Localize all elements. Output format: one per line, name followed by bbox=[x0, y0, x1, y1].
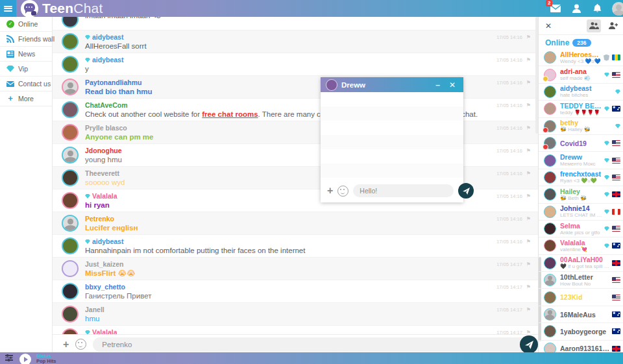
user-name[interactable]: 16MaleAus bbox=[560, 311, 610, 319]
menu-button[interactable] bbox=[0, 0, 16, 17]
sidebar-item-more[interactable]: +More bbox=[0, 91, 52, 106]
sidebar-item-online[interactable]: ✓Online bbox=[0, 17, 52, 32]
message-row[interactable]: Valalalaryan ryan ryan ryan ryan ryan ry… bbox=[53, 326, 539, 335]
message-row[interactable]: PetrenkoLucifer енgliѕн17/05 14:16⚑ bbox=[53, 212, 539, 235]
user-name[interactable]: aidybeast bbox=[560, 84, 613, 92]
notifications-button[interactable] bbox=[591, 3, 603, 14]
message-row[interactable]: Janellhmu17/05 14:17⚑ bbox=[53, 303, 539, 326]
send-button[interactable] bbox=[520, 335, 538, 354]
user-name[interactable]: adri-ana bbox=[560, 67, 602, 75]
sidebar-item-news[interactable]: News bbox=[0, 47, 52, 62]
user-row[interactable]: 123Kid bbox=[539, 289, 623, 306]
play-button[interactable] bbox=[19, 354, 31, 364]
attach-icon[interactable]: + bbox=[63, 339, 69, 350]
report-flag-icon[interactable]: ⚑ bbox=[526, 216, 531, 222]
report-flag-icon[interactable]: ⚑ bbox=[526, 307, 531, 313]
user-row[interactable]: Valalalavalentine💘 bbox=[539, 237, 623, 254]
user-row[interactable]: Covid19 bbox=[539, 135, 623, 152]
user-avatar[interactable] bbox=[612, 2, 623, 16]
user-name[interactable]: Valalala bbox=[560, 239, 602, 247]
user-row[interactable]: adri-anaself made 💨 bbox=[539, 66, 623, 83]
user-row[interactable]: TEDDY BEARteddy 🌹🌹🌹🌹 bbox=[539, 101, 623, 117]
report-flag-icon[interactable]: ⚑ bbox=[526, 284, 531, 290]
country-flag-icon bbox=[612, 55, 620, 60]
popup-message-input[interactable] bbox=[353, 184, 454, 197]
report-flag-icon[interactable]: ⚑ bbox=[526, 34, 531, 40]
report-flag-icon[interactable]: ⚑ bbox=[526, 171, 531, 176]
message-input[interactable] bbox=[93, 337, 532, 352]
message-author[interactable]: Just_kaizen bbox=[85, 260, 491, 269]
user-name[interactable]: AllHeroesFall bbox=[560, 51, 602, 58]
popup-emoji-icon[interactable] bbox=[337, 186, 348, 197]
message-author[interactable]: aidybeast bbox=[85, 56, 491, 64]
sidebar-item-friends-wall[interactable]: Friends wall bbox=[0, 32, 52, 47]
message-row[interactable]: aidybeastHannahinpain im not comfortable… bbox=[53, 235, 539, 258]
user-name[interactable]: 123Kid bbox=[560, 293, 610, 301]
user-row[interactable]: aidybeasthate bitches bbox=[539, 84, 623, 101]
minimize-icon[interactable]: – bbox=[433, 81, 443, 89]
user-name[interactable]: Covid19 bbox=[560, 140, 602, 147]
report-flag-icon[interactable]: ⚑ bbox=[526, 80, 531, 86]
user-row[interactable]: SelmaAnkle pics or gtfo bbox=[539, 221, 623, 237]
sidebar-item-vip[interactable]: Vip bbox=[0, 62, 52, 77]
user-name[interactable]: 10thLetter bbox=[560, 273, 610, 281]
emoji-icon[interactable] bbox=[75, 339, 86, 350]
teenchat-logo-icon[interactable] bbox=[21, 0, 38, 18]
user-row[interactable]: bethy🐝 Hailey 🐝 bbox=[539, 118, 623, 135]
user-row[interactable]: 10thLetterHow Bout No bbox=[539, 272, 623, 289]
message-row[interactable]: aidybeastAllHeroesFall sorrt17/05 14:16⚑ bbox=[53, 30, 539, 53]
close-panel-button[interactable]: ✕ bbox=[545, 21, 552, 30]
message-author[interactable]: aidybeast bbox=[85, 237, 491, 246]
report-flag-icon[interactable]: ⚑ bbox=[526, 125, 531, 131]
report-flag-icon[interactable]: ⚑ bbox=[526, 57, 531, 63]
message-row[interactable]: ChatAveComCheck out another cool website… bbox=[53, 99, 539, 121]
popup-header[interactable]: Dreww – ✕ bbox=[321, 77, 463, 92]
close-icon[interactable]: ✕ bbox=[446, 81, 458, 89]
message-author[interactable]: Janell bbox=[85, 306, 491, 314]
messages-button[interactable]: 2 bbox=[550, 3, 561, 14]
user-name[interactable]: Aaron91316107 bbox=[560, 345, 610, 352]
message-row[interactable]: Just_kaizenMissFlirt 😭😭17/05 14:17⚑ bbox=[53, 258, 539, 280]
message-author[interactable]: Petrenko bbox=[85, 215, 491, 223]
user-name[interactable]: Dreww bbox=[560, 153, 602, 161]
user-row[interactable]: frenchxtoastRyan <3 💚u💚 bbox=[539, 169, 623, 186]
free-chat-rooms-link[interactable]: free chat rooms bbox=[202, 110, 258, 118]
all-users-tab[interactable] bbox=[587, 19, 601, 32]
avatar bbox=[544, 274, 556, 286]
user-row[interactable]: 16MaleAus bbox=[539, 306, 623, 323]
message-row[interactable]: PaytonandliahmuRead bio than hmu17/05 14… bbox=[53, 76, 539, 99]
message-row[interactable]: bbxy_chettoГанистрель Привет17/05 14:17⚑ bbox=[53, 280, 539, 303]
sidebar-item-contact-us[interactable]: Contact us bbox=[0, 77, 52, 91]
user-row[interactable]: AllHeroesFallWendy <3 💙o💙 bbox=[539, 49, 623, 66]
user-row[interactable]: Johnie14LETS CHAT IM NICE G... bbox=[539, 204, 623, 221]
report-flag-icon[interactable]: ⚑ bbox=[526, 261, 531, 267]
popup-attach-icon[interactable]: + bbox=[327, 186, 333, 196]
report-flag-icon[interactable]: ⚑ bbox=[526, 239, 531, 245]
user-name[interactable]: Johnie14 bbox=[560, 204, 602, 212]
message-row[interactable]: Prylle blascoAnyone can pm me17/05 14:16… bbox=[53, 121, 539, 144]
user-name[interactable]: TEDDY BEAR bbox=[560, 102, 602, 110]
equalizer-icon[interactable] bbox=[5, 355, 13, 361]
user-row[interactable]: DrewwМементо Мокс bbox=[539, 152, 623, 169]
report-flag-icon[interactable]: ⚑ bbox=[526, 148, 531, 154]
profile-button[interactable] bbox=[570, 3, 582, 14]
friends-tab[interactable] bbox=[606, 19, 620, 32]
user-name[interactable]: 00AaLiYaH00 bbox=[560, 256, 610, 263]
user-name[interactable]: frenchxtoast bbox=[560, 170, 602, 178]
user-row[interactable]: 00AaLiYaH00🖤 if u got tea spill to me🖤 bbox=[539, 255, 623, 272]
message-row[interactable]: imaan imaan imaan <3 bbox=[53, 17, 539, 30]
user-name[interactable]: Selma bbox=[560, 222, 602, 230]
message-author[interactable]: aidybeast bbox=[85, 33, 491, 42]
message-row[interactable]: aidybeasty17/05 14:16⚑ bbox=[53, 53, 539, 76]
user-name[interactable]: Hailey bbox=[560, 188, 602, 195]
user-row[interactable]: Hailey🐝 Beth 🐝 bbox=[539, 186, 623, 203]
message-row[interactable]: Jdonoghueyoung hmu17/05 14:16⚑ bbox=[53, 144, 539, 167]
report-flag-icon[interactable]: ⚑ bbox=[526, 193, 531, 199]
vip-diamond-icon bbox=[615, 124, 620, 128]
user-row[interactable]: 1yaboygeorge bbox=[539, 323, 623, 340]
message-author[interactable]: bbxy_chetto bbox=[85, 283, 491, 291]
report-flag-icon[interactable]: ⚑ bbox=[526, 103, 531, 108]
user-name[interactable]: bethy bbox=[560, 119, 613, 127]
user-row[interactable]: Aaron91316107 bbox=[539, 341, 623, 354]
user-name[interactable]: 1yaboygeorge bbox=[560, 328, 610, 335]
